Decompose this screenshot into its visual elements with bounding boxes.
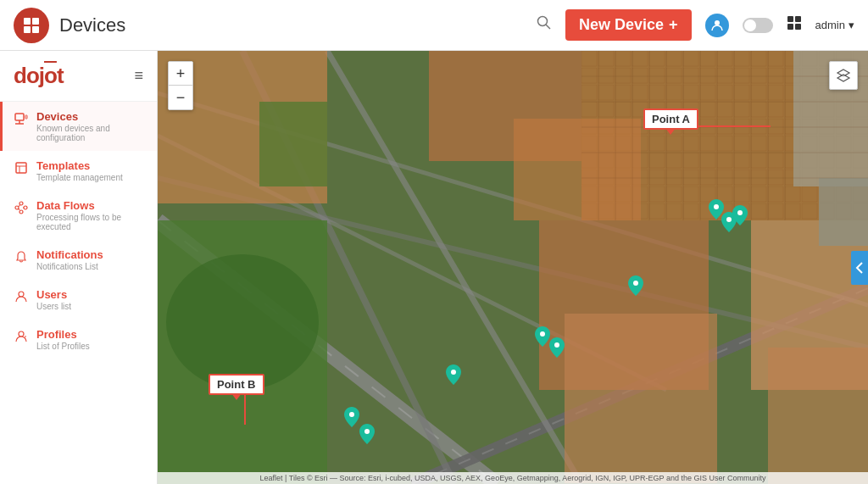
view-toggle[interactable]	[743, 18, 773, 33]
sidebar-item-notifications[interactable]: Notifications Notifications List	[0, 240, 157, 280]
sidebar-item-templates[interactable]: Templates Template management	[0, 151, 157, 191]
svg-point-72	[714, 204, 719, 209]
svg-rect-9	[787, 24, 793, 30]
notifications-subtitle: Notifications List	[36, 262, 103, 271]
svg-rect-0	[24, 18, 31, 25]
svg-rect-42	[514, 119, 641, 220]
users-title: Users	[36, 288, 71, 301]
page-title: Devices	[59, 14, 125, 36]
svg-rect-49	[259, 102, 327, 186]
svg-point-76	[540, 331, 545, 337]
zoom-out-button[interactable]: −	[169, 86, 192, 109]
map-satellite-svg	[158, 51, 868, 484]
svg-rect-3	[32, 26, 39, 33]
dropdown-icon: ▾	[849, 19, 854, 31]
notifications-title: Notifications	[36, 248, 103, 261]
map-marker-7[interactable]	[446, 364, 461, 388]
map-background: + − Point A	[158, 51, 868, 484]
svg-point-48	[166, 254, 319, 390]
map-marker-3[interactable]	[732, 205, 748, 229]
sidebar-item-devices[interactable]: Devices Known devices and configuration	[0, 102, 157, 151]
dataflows-title: Data Flows	[36, 199, 145, 212]
svg-rect-8	[795, 16, 801, 22]
svg-rect-11	[15, 114, 24, 120]
sidebar-item-profiles[interactable]: Profiles List of Profiles	[0, 320, 157, 359]
templates-title: Templates	[36, 159, 123, 172]
users-icon	[14, 290, 28, 307]
sidebar-logo-area: dojot ≡	[0, 51, 157, 102]
new-device-button[interactable]: New Device +	[565, 9, 692, 41]
notifications-item-content: Notifications Notifications List	[36, 248, 103, 271]
dataflows-icon	[14, 201, 28, 218]
svg-rect-2	[24, 26, 31, 33]
svg-point-75	[633, 281, 638, 286]
map-layer-button[interactable]	[829, 61, 858, 90]
zoom-in-button[interactable]: +	[169, 62, 192, 86]
point-b-label: Point B	[209, 374, 264, 395]
point-a-label: Point A	[643, 108, 698, 130]
dataflows-subtitle: Processing flows to be executed	[36, 213, 145, 231]
sidebar: dojot ≡ Devices Known devices and config…	[0, 51, 158, 484]
users-subtitle: Users list	[36, 302, 71, 311]
map-marker-4[interactable]	[628, 275, 643, 299]
svg-rect-10	[795, 24, 801, 30]
svg-rect-12	[25, 115, 27, 119]
svg-point-21	[24, 206, 27, 209]
svg-point-20	[19, 210, 23, 214]
notifications-icon	[14, 250, 28, 267]
grid-view-icon[interactable]	[787, 15, 802, 35]
admin-label-text: admin	[815, 19, 845, 31]
map-marker-9[interactable]	[359, 424, 375, 448]
admin-menu[interactable]: admin ▾	[815, 19, 854, 31]
new-device-label: New Device	[579, 16, 664, 34]
map-expand-button[interactable]	[851, 251, 868, 285]
user-location-icon[interactable]	[705, 14, 729, 37]
templates-icon	[14, 161, 28, 178]
sidebar-item-dataflows[interactable]: Data Flows Processing flows to be execut…	[0, 191, 157, 240]
svg-point-73	[726, 217, 732, 222]
svg-rect-44	[565, 314, 717, 483]
templates-item-content: Templates Template management	[36, 159, 123, 182]
svg-point-80	[364, 429, 370, 434]
svg-point-77	[554, 342, 559, 348]
svg-point-19	[19, 202, 23, 205]
search-icon[interactable]	[537, 15, 552, 35]
templates-subtitle: Template management	[36, 173, 123, 182]
svg-line-22	[19, 205, 19, 207]
devices-item-content: Devices Known devices and configuration	[36, 110, 145, 142]
svg-line-5	[546, 25, 550, 29]
header-right: New Device + admin ▾	[537, 9, 854, 41]
map-marker-6[interactable]	[549, 337, 565, 361]
profiles-title: Profiles	[36, 328, 90, 341]
svg-point-26	[19, 331, 24, 337]
dataflows-item-content: Data Flows Processing flows to be execut…	[36, 199, 145, 231]
svg-rect-51	[819, 178, 868, 246]
sidebar-item-users[interactable]: Users Users list	[0, 280, 157, 320]
svg-point-18	[15, 206, 19, 209]
map-area[interactable]: + − Point A	[158, 51, 868, 484]
point-b-line	[244, 395, 246, 425]
map-marker-8[interactable]	[344, 407, 359, 431]
svg-point-78	[451, 370, 456, 375]
hamburger-menu[interactable]: ≡	[134, 67, 143, 85]
svg-point-79	[349, 412, 354, 417]
sidebar-nav: Devices Known devices and configuration …	[0, 102, 157, 484]
header-left: Devices	[14, 8, 125, 43]
svg-rect-15	[16, 163, 26, 173]
svg-point-74	[737, 210, 743, 215]
svg-point-6	[715, 20, 720, 25]
map-zoom-controls: + −	[168, 61, 193, 110]
new-device-icon: +	[669, 16, 678, 34]
logo: dojot	[14, 63, 64, 89]
map-marker-5[interactable]	[535, 326, 550, 350]
svg-point-4	[538, 17, 548, 26]
svg-point-25	[19, 292, 24, 297]
devices-title: Devices	[36, 110, 145, 123]
profiles-icon	[14, 330, 28, 347]
map-attribution: Leaflet | Tiles © Esri — Source: Esri, i…	[158, 472, 868, 484]
svg-rect-46	[768, 348, 868, 484]
devices-icon	[14, 112, 28, 129]
point-a-line	[698, 125, 771, 127]
svg-rect-1	[32, 18, 39, 25]
profiles-subtitle: List of Profiles	[36, 342, 90, 351]
